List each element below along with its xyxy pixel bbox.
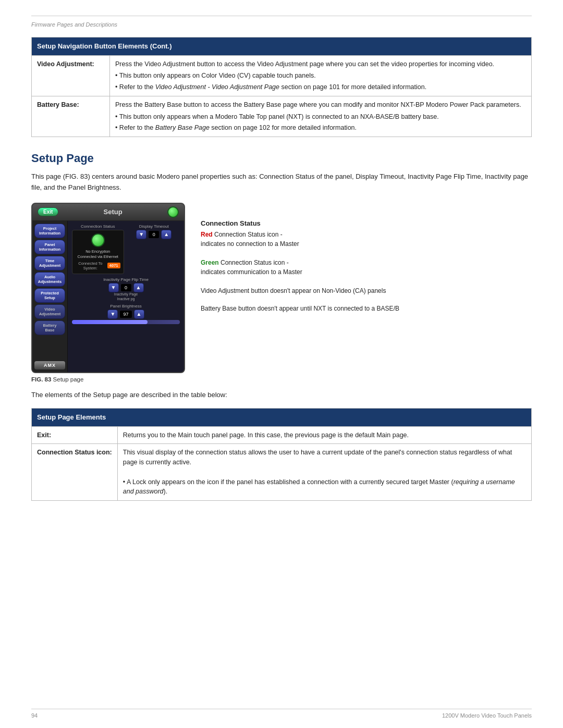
conn-status-box: No Encryption Connected via Ethernet Con… (72, 230, 124, 274)
fig-text: Setup page (53, 376, 84, 382)
battery-base-content: Press the Battery Base button to access … (110, 96, 532, 137)
display-timeout-label: Display Timeout (128, 224, 180, 229)
conn-via-ethernet: Connected via Ethernet (76, 254, 120, 260)
brightness-down-button[interactable]: ▼ (107, 310, 118, 319)
bullet-item: This button only appears when a Modero T… (115, 112, 526, 122)
nav-btn-time[interactable]: TimeAdjustment (34, 256, 65, 270)
annotation-red-label: Red (201, 231, 213, 238)
bullet-item: Refer to the Video Adjustment - Video Ad… (115, 82, 526, 92)
nav-button-table: Setup Navigation Button Elements (Cont.)… (31, 37, 532, 137)
section-intro: This page (FIG. 83) centers around basic… (31, 171, 532, 193)
nav-btn-panel[interactable]: PanelInformation (34, 240, 65, 254)
table-row: Battery Base: Press the Battery Base but… (32, 96, 532, 137)
figure-area: Exit Setup ProjectInformation PanelInfor… (31, 203, 532, 382)
conn-status-text2: • A Lock only appears on the icon if the… (123, 478, 515, 496)
table-row: Exit: Returns you to the Main touch pane… (32, 426, 532, 444)
panel-connection-status-icon (167, 206, 179, 218)
conn-no-encryption: No Encryption (76, 249, 120, 255)
conn-system-label: Connected To System: (76, 261, 105, 270)
brightness-bar (72, 320, 180, 324)
video-adjustment-label: Video Adjustment: (32, 55, 110, 96)
inactive-pg-label: Inactive pg (72, 297, 180, 301)
panel-amx-logo: AMX (34, 361, 65, 369)
conn-status-icon-content: This visual display of the connection st… (117, 444, 531, 501)
exit-content: Returns you to the Main touch panel page… (117, 426, 531, 444)
flip-value: 0 (121, 284, 131, 291)
nav-btn-battery[interactable]: BatteryBase (34, 320, 65, 335)
top-row: Connection Status No Encryption Connecte… (72, 224, 180, 274)
bullet-item: This button only appears on Color Video … (115, 71, 526, 81)
conn-status-label: Connection Status (72, 224, 124, 229)
panel-exit-button[interactable]: Exit (38, 207, 58, 216)
battery-base-bullets: This button only appears when a Modero T… (115, 112, 526, 133)
page-footer: 94 1200V Modero Video Touch Panels (31, 709, 532, 719)
nav-btn-project[interactable]: ProjectInformation (34, 224, 65, 238)
panel-body: ProjectInformation PanelInformation Time… (32, 221, 184, 372)
elements-intro: The elements of the Setup page are descr… (31, 390, 532, 400)
annotation-battery-note: Battery Base button doesn't appear until… (201, 305, 399, 312)
breadcrumb: Firmware Pages and Descriptions (31, 21, 532, 28)
section-title: Setup Page (31, 152, 532, 165)
inactivity-page-section-label: Inactivity Page (72, 292, 180, 296)
conn-system-row: Connected To System: 4071 (76, 261, 120, 270)
footer-product: 1200V Modero Video Touch Panels (442, 712, 532, 719)
inactivity-flip-label: Inactivity Page Flip Time (72, 277, 180, 282)
flip-down-button[interactable]: ▼ (108, 283, 119, 292)
conn-status-section: Connection Status No Encryption Connecte… (72, 224, 124, 274)
nav-btn-video[interactable]: VideoAdjustment (34, 304, 65, 319)
panel-titlebar: Exit Setup (32, 204, 184, 221)
top-divider (31, 16, 532, 16)
brightness-value: 97 (120, 311, 131, 318)
inactivity-flip-section: Inactivity Page Flip Time ▼ 0 ▲ Inactivi… (72, 277, 180, 301)
nav-btn-protected[interactable]: ProtectedSetup (34, 288, 65, 303)
video-adjustment-bullets: This button only appears on Color Video … (115, 71, 526, 92)
setup-page-elements-table: Setup Page Elements Exit: Returns you to… (31, 408, 532, 501)
video-adjustment-main: Press the Video Adjustment button to acc… (115, 60, 494, 68)
display-timeout-section: Display Timeout ▼ 0 ▲ (128, 224, 180, 274)
conn-status-circle (91, 233, 105, 247)
brightness-section: Panel Brightness ▼ 97 ▲ (72, 304, 180, 324)
annotation-red-line: Red Connection Status icon -indicates no… (201, 230, 399, 249)
brightness-fill (72, 320, 148, 324)
panel-main-content: Connection Status No Encryption Connecte… (68, 221, 184, 372)
annotation-green-line: Green Connection Status icon -indicates … (201, 258, 399, 277)
device-panel: Exit Setup ProjectInformation PanelInfor… (31, 203, 185, 373)
conn-status-text1: This visual display of the connection st… (123, 449, 512, 466)
nav-btn-audio[interactable]: AudioAdjustments (34, 272, 65, 287)
video-adjustment-content: Press the Video Adjustment button to acc… (110, 55, 532, 96)
brightness-stepper: ▼ 97 ▲ (72, 310, 180, 319)
conn-system-value: 4071 (107, 263, 120, 268)
bullet-item: Refer to the Battery Base Page section o… (115, 123, 526, 133)
annotation-conn-status: Connection Status Red Connection Status … (201, 218, 399, 277)
figure-annotations: Connection Status Red Connection Status … (201, 203, 399, 313)
timeout-down-button[interactable]: ▼ (136, 230, 146, 239)
annotation-video-note: Video Adjustment button doesn't appear o… (201, 287, 399, 294)
panel-title: Setup (58, 208, 167, 216)
battery-base-main: Press the Battery Base button to access … (115, 101, 521, 108)
timeout-value: 0 (149, 231, 159, 238)
brightness-up-button[interactable]: ▲ (134, 310, 144, 319)
annotation-red-text: Connection Status icon -indicates no con… (201, 231, 299, 248)
conn-status-icon-label: Connection Status icon: (32, 444, 118, 501)
nav-table-header: Setup Navigation Button Elements (Cont.) (32, 38, 532, 56)
brightness-label: Panel Brightness (72, 304, 180, 309)
annotation-green-label: Green (201, 259, 219, 266)
exit-label: Exit: (32, 426, 118, 444)
timeout-stepper: ▼ 0 ▲ (128, 230, 180, 239)
setup-table-header: Setup Page Elements (32, 409, 532, 427)
battery-base-label: Battery Base: (32, 96, 110, 137)
flip-up-button[interactable]: ▲ (133, 283, 144, 292)
flip-stepper: ▼ 0 ▲ (72, 283, 180, 292)
annotation-title: Connection Status (201, 218, 399, 229)
panel-sidebar: ProjectInformation PanelInformation Time… (32, 221, 68, 372)
footer-page-number: 94 (31, 712, 38, 719)
timeout-up-button[interactable]: ▲ (161, 230, 172, 239)
fig-label: FIG. 83 (31, 376, 51, 382)
table-row: Video Adjustment: Press the Video Adjust… (32, 55, 532, 96)
table-row: Connection Status icon: This visual disp… (32, 444, 532, 501)
figure-caption: FIG. 83 Setup page (31, 376, 83, 382)
